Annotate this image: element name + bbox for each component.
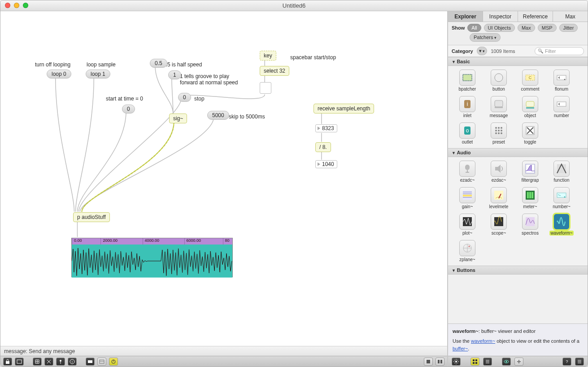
obj-toggle[interactable] (260, 82, 271, 94)
msg-loop0[interactable]: loop 0 (47, 70, 71, 79)
help-icon[interactable]: ? (562, 358, 571, 366)
tab-max[interactable]: Max (553, 11, 588, 22)
svg-rect-6 (88, 360, 92, 363)
chip-bpatcher[interactable]: bpatcher (454, 70, 480, 92)
section-basic[interactable]: Basic (448, 57, 588, 66)
chip-function[interactable]: function (549, 161, 575, 183)
patcher-area[interactable]: turn off looping loop sample 0.5 is half… (0, 11, 448, 367)
chip-gain[interactable]: gain~ (454, 187, 480, 209)
chip-inlet[interactable]: iinlet (454, 96, 480, 118)
chip-levelmeter[interactable]: levelmete (486, 187, 512, 209)
item-count: 1009 Items (491, 48, 515, 54)
obj-receive-samplelength[interactable]: receive sampleLength (314, 104, 374, 114)
category-label: Category (452, 48, 473, 54)
gear-icon[interactable] (452, 358, 461, 366)
chip-number[interactable]: number (549, 96, 575, 118)
svg-rect-22 (495, 100, 503, 107)
obj-select-32[interactable]: select 32 (260, 66, 289, 76)
chip-waveform[interactable]: waveform~ (549, 214, 575, 236)
chip-flonum[interactable]: flonum (549, 70, 575, 92)
obj-sig[interactable]: sig~ (169, 114, 187, 123)
msg-loop1[interactable]: loop 1 (86, 70, 110, 79)
waveform-display (72, 245, 232, 278)
patcher-canvas[interactable]: turn off looping loop sample 0.5 is half… (0, 11, 447, 345)
svg-rect-9 (427, 360, 430, 363)
eye-icon[interactable] (502, 358, 511, 366)
pin-icon[interactable] (56, 358, 65, 366)
snap-icon[interactable] (44, 358, 53, 366)
close-icon[interactable] (5, 3, 10, 8)
comment-skip: skip to 5000ms (229, 114, 265, 120)
chip-outlet[interactable]: ooutlet (454, 122, 480, 144)
grid-icon[interactable] (33, 358, 42, 366)
section-buttons[interactable]: Buttons (448, 266, 588, 275)
chip-meter[interactable]: meter~ (517, 187, 543, 209)
num-sample-length[interactable]: 8323 (315, 124, 337, 132)
help-object-name: waveform~ (453, 328, 479, 334)
pill-all[interactable]: All (467, 24, 481, 32)
presentation-icon[interactable] (86, 358, 95, 366)
chip-ezadc[interactable]: ezadc~ (454, 161, 480, 183)
obj-key[interactable]: key (260, 51, 276, 61)
svg-point-33 (495, 130, 497, 131)
pill-patchers[interactable]: Patchers (470, 33, 501, 42)
chip-toggle[interactable]: toggle (517, 122, 543, 144)
chip-number-tilde[interactable]: number~ (549, 187, 575, 209)
status-bar: message: Send any message (0, 346, 447, 356)
chip-button[interactable]: button (486, 70, 512, 92)
list-view-icon[interactable] (483, 358, 492, 366)
chip-filtergraph[interactable]: filtergrap (517, 161, 543, 183)
patch-cables (0, 11, 447, 333)
chip-object[interactable]: object (517, 96, 543, 118)
grid-view-icon[interactable] (470, 358, 479, 366)
lock-icon[interactable] (3, 358, 12, 366)
search-input[interactable]: Filter (535, 47, 584, 55)
help-link-waveform[interactable]: waveform~ (471, 338, 495, 344)
chip-zplane[interactable]: zplane~ (454, 240, 480, 262)
chip-scope[interactable]: scope~ (486, 214, 512, 236)
svg-rect-45 (463, 195, 472, 197)
svg-rect-60 (473, 359, 475, 361)
tab-reference[interactable]: Reference (518, 11, 553, 22)
palette[interactable]: Basic bpatcher button Ccomment flonum ii… (448, 57, 588, 323)
obj-waveform[interactable]: 0.00 2000.00 4000.00 6000.00 80 (71, 238, 233, 277)
svg-text:C: C (529, 75, 532, 80)
view-single-icon[interactable] (424, 358, 433, 366)
view-split-icon[interactable] (436, 358, 444, 366)
audio-on-icon[interactable] (109, 358, 118, 366)
add-icon[interactable] (514, 358, 523, 366)
svg-point-31 (498, 127, 500, 129)
zoom-icon[interactable] (23, 3, 28, 8)
calendar-icon[interactable] (97, 358, 106, 366)
chip-ezdac[interactable]: ezdac~ (486, 161, 512, 183)
chip-preset[interactable]: preset (486, 122, 512, 144)
minimize-icon[interactable] (14, 3, 19, 8)
category-bar: Category ▾ 1009 Items Filter (448, 45, 588, 57)
svg-point-37 (498, 132, 500, 134)
pill-ui-objects[interactable]: UI Objects (484, 24, 515, 32)
pill-msp[interactable]: MSP (538, 24, 557, 32)
msg-5000[interactable]: 5000 (207, 111, 229, 120)
msg-0-a[interactable]: 0 (122, 105, 135, 114)
num-output[interactable]: 1040 (315, 160, 337, 168)
category-dropdown[interactable]: ▾ (477, 47, 488, 55)
menu-icon[interactable] (575, 358, 584, 366)
chip-spectroscope[interactable]: spectros (517, 214, 543, 236)
tab-explorer[interactable]: Explorer (448, 11, 483, 22)
svg-rect-40 (465, 165, 470, 170)
chip-plot[interactable]: plot~ (454, 214, 480, 236)
info-icon[interactable]: i (68, 358, 77, 366)
pill-max[interactable]: Max (518, 24, 535, 32)
msg-1[interactable]: 1 (168, 70, 181, 79)
section-audio[interactable]: Audio (448, 148, 588, 157)
new-object-icon[interactable] (15, 358, 24, 366)
msg-0.5[interactable]: 0.5 (150, 59, 167, 68)
obj-p-audiostuff[interactable]: p audioStuff (73, 212, 110, 222)
chip-message[interactable]: message (486, 96, 512, 118)
help-link-buffer[interactable]: buffer~ (453, 346, 468, 351)
pill-jitter[interactable]: Jitter (559, 24, 578, 32)
obj-div-8[interactable]: / 8. (315, 142, 331, 152)
chip-comment[interactable]: Ccomment (517, 70, 543, 92)
tab-inspector[interactable]: Inspector (483, 11, 518, 22)
msg-0-b[interactable]: 0 (178, 93, 191, 102)
